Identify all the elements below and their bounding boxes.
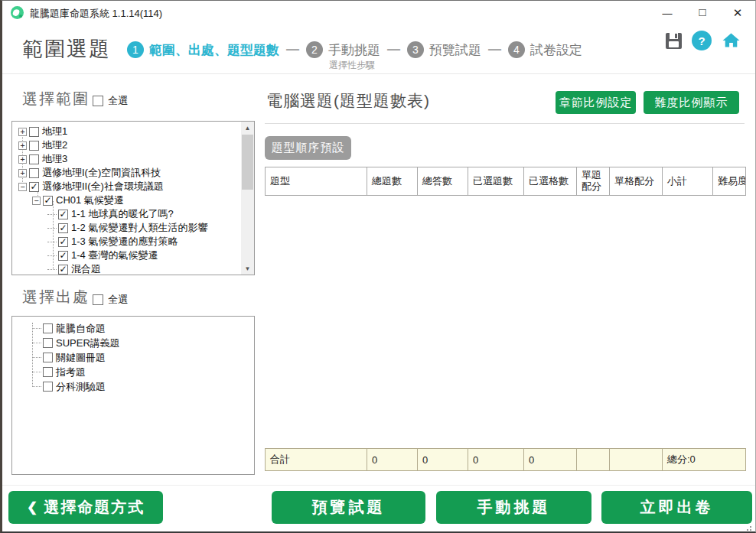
empty-cell xyxy=(610,449,663,470)
col-header-points-per-question: 單題配分 xyxy=(577,167,610,195)
close-button[interactable]: ✕ xyxy=(720,1,755,25)
tree-checkbox-checked[interactable]: ✓ xyxy=(58,223,68,233)
back-to-method-button[interactable]: ❮ 選擇命題方式 xyxy=(8,491,163,524)
generate-paper-button[interactable]: 立即出卷 xyxy=(601,491,752,524)
tree-item-ch01[interactable]: − ✓ CH01 氣候變遷 xyxy=(12,193,240,207)
tree-item-1-1[interactable]: ✓ 1-1 地球真的暖化了嗎? xyxy=(12,207,240,221)
source-item-keymap[interactable]: 關鍵圖冊題 xyxy=(12,350,240,365)
step-connector: — xyxy=(286,42,299,57)
wizard-steps: 1 範圍、出處、題型題數 — 2 手動挑題 選擇性步驟 — 3 預覽試題 — 4… xyxy=(127,33,582,67)
tree-checkbox-checked[interactable]: ✓ xyxy=(29,182,39,192)
total-score-value: 總分:0 xyxy=(663,449,745,470)
tree-item-mixed[interactable]: ✓ 混合題 xyxy=(12,262,240,276)
expand-plus-icon[interactable]: + xyxy=(18,155,27,164)
col-header-total-questions: 總題數 xyxy=(367,167,418,195)
expand-plus-icon[interactable]: + xyxy=(18,128,27,136)
difficulty-ratio-button[interactable]: 難度比例顯示 xyxy=(644,91,739,114)
source-select-all[interactable]: 全選 xyxy=(93,293,128,307)
collapse-minus-icon[interactable]: − xyxy=(32,197,41,205)
tree-branch-line xyxy=(47,214,57,215)
step-4-badge: 4 xyxy=(508,41,525,58)
source-checkbox[interactable] xyxy=(43,382,53,392)
tree-scrollbar[interactable]: ▲ ▼ xyxy=(241,122,254,275)
list-branch-line xyxy=(32,357,41,358)
tree-checkbox-checked[interactable]: ✓ xyxy=(43,196,53,206)
tree-item-label[interactable]: 1-3 氣候變遷的應對策略 xyxy=(71,235,178,249)
scroll-up-icon[interactable]: ▲ xyxy=(241,122,254,134)
tree-checkbox-checked[interactable]: ✓ xyxy=(58,251,68,261)
selected-cells-value: 0 xyxy=(524,449,577,470)
step-4-settings[interactable]: 4 試卷設定 xyxy=(508,41,582,59)
source-list: 龍騰自命題 SUPER講義題 關鍵圖冊題 指考題 分科測驗題 xyxy=(12,321,240,394)
source-select-all-checkbox[interactable] xyxy=(93,294,103,305)
source-item-label[interactable]: 分科測驗題 xyxy=(56,380,106,394)
tree-item-geo3[interactable]: + 地理3 xyxy=(12,152,240,166)
expand-plus-icon[interactable]: + xyxy=(18,169,27,177)
question-order-preset-button[interactable]: 題型順序預設 xyxy=(265,136,351,160)
tree-item-elective1[interactable]: + 選修地理I(全)空間資訊科技 xyxy=(12,166,240,180)
maximize-button[interactable]: □ xyxy=(685,0,720,24)
source-item-super[interactable]: SUPER講義題 xyxy=(12,336,240,350)
preview-questions-button[interactable]: 預覽試題 xyxy=(272,491,425,524)
home-icon[interactable] xyxy=(722,31,741,50)
tree-item-1-3[interactable]: ✓ 1-3 氣候變遷的應對策略 xyxy=(12,235,240,249)
collapse-minus-icon[interactable]: − xyxy=(18,183,27,191)
total-questions-value: 0 xyxy=(367,449,418,470)
expand-plus-icon[interactable]: + xyxy=(18,141,27,150)
tree-branch-line xyxy=(47,255,57,256)
tree-checkbox-checked[interactable]: ✓ xyxy=(58,265,68,275)
source-list-box: 龍騰自命題 SUPER講義題 關鍵圖冊題 指考題 分科測驗題 xyxy=(11,316,255,475)
scroll-down-icon[interactable]: ▼ xyxy=(241,262,254,275)
tree-item-1-4[interactable]: ✓ 1-4 臺灣的氣候變遷 xyxy=(12,249,240,262)
source-item-entrance-exam[interactable]: 指考題 xyxy=(12,365,240,379)
source-checkbox[interactable] xyxy=(43,353,53,362)
help-icon[interactable]: ? xyxy=(692,31,712,50)
bottom-separator xyxy=(2,485,755,486)
source-item-subject-test[interactable]: 分科測驗題 xyxy=(12,379,240,394)
step-3-preview[interactable]: 3 預覽試題 xyxy=(407,41,481,59)
step-2-manual-pick[interactable]: 2 手動挑題 選擇性步驟 xyxy=(306,41,380,59)
source-checkbox[interactable] xyxy=(43,338,53,348)
source-checkbox[interactable] xyxy=(43,323,53,333)
source-item-label[interactable]: 指考題 xyxy=(56,366,86,379)
tree-item-geo2[interactable]: + 地理2 xyxy=(12,138,240,152)
source-checkbox[interactable] xyxy=(43,367,53,377)
save-icon[interactable] xyxy=(666,33,682,49)
step-1-range[interactable]: 1 範圍、出處、題型題數 xyxy=(127,41,279,59)
source-item-longteng[interactable]: 龍騰自命題 xyxy=(12,321,240,336)
tree-item-1-2[interactable]: ✓ 1-2 氣候變遷對人類生活的影響 xyxy=(12,221,240,235)
range-select-all-checkbox[interactable] xyxy=(93,96,103,106)
chapter-ratio-button[interactable]: 章節比例設定 xyxy=(556,91,636,114)
source-item-label[interactable]: SUPER講義題 xyxy=(56,336,120,350)
minimize-button[interactable]: — xyxy=(650,1,685,25)
tree-item-label[interactable]: 1-1 地球真的暖化了嗎? xyxy=(71,207,174,221)
tree-item-label[interactable]: 選修地理II(全)社會環境議題 xyxy=(42,180,164,193)
selected-questions-value: 0 xyxy=(468,449,524,470)
tree-item-label[interactable]: 地理1 xyxy=(42,125,67,138)
col-header-total-answers: 總答數 xyxy=(418,167,468,195)
tree-checkbox[interactable] xyxy=(29,154,39,164)
scrollbar-thumb[interactable] xyxy=(242,135,253,190)
total-answers-value: 0 xyxy=(418,449,468,470)
resize-grip[interactable] xyxy=(750,526,751,528)
totals-label: 合計 xyxy=(266,449,367,470)
source-item-label[interactable]: 龍騰自命題 xyxy=(56,322,106,336)
tree-checkbox-checked[interactable]: ✓ xyxy=(58,237,68,247)
tree-checkbox[interactable] xyxy=(29,141,39,151)
source-section-title: 選擇出處 xyxy=(22,287,90,307)
tree-item-elective2[interactable]: − ✓ 選修地理II(全)社會環境議題 xyxy=(12,180,240,193)
tree-item-label[interactable]: 1-2 氣候變遷對人類生活的影響 xyxy=(71,221,207,235)
tree-item-label[interactable]: CH01 氣候變遷 xyxy=(56,193,124,207)
tree-item-label[interactable]: 1-4 臺灣的氣候變遷 xyxy=(71,249,158,262)
range-select-all[interactable]: 全選 xyxy=(93,94,128,108)
source-item-label[interactable]: 關鍵圖冊題 xyxy=(56,351,106,365)
manual-pick-button[interactable]: 手動挑題 xyxy=(436,491,591,524)
tree-item-label[interactable]: 選修地理I(全)空間資訊科技 xyxy=(42,166,161,180)
tree-item-label[interactable]: 混合題 xyxy=(71,262,101,276)
tree-checkbox-checked[interactable]: ✓ xyxy=(58,210,68,219)
tree-item-label[interactable]: 地理3 xyxy=(42,152,67,166)
tree-checkbox[interactable] xyxy=(29,127,39,137)
tree-item-geo1[interactable]: + 地理1 xyxy=(12,125,240,138)
tree-checkbox[interactable] xyxy=(29,168,39,178)
tree-item-label[interactable]: 地理2 xyxy=(42,138,67,152)
